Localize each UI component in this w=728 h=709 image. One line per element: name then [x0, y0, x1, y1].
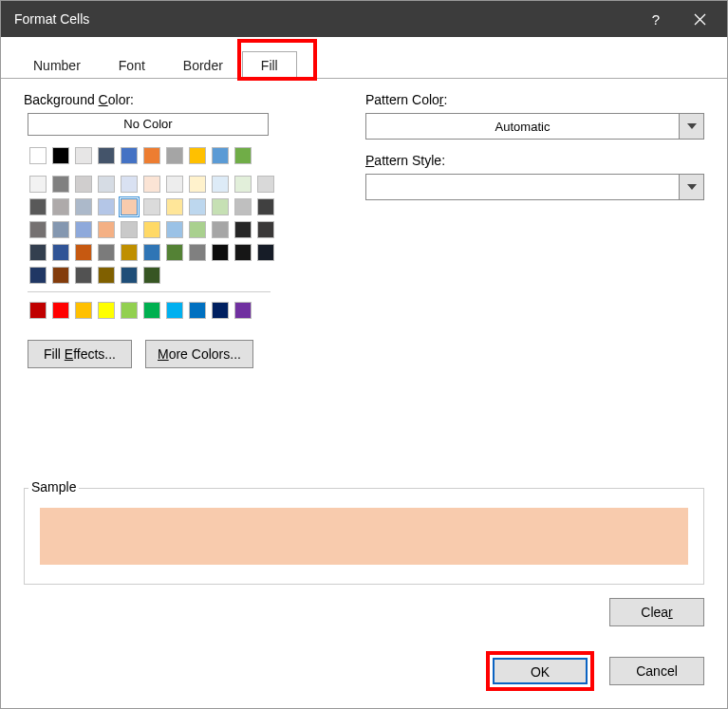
color-swatch[interactable]	[143, 267, 160, 284]
color-swatch[interactable]	[98, 176, 115, 193]
pattern-color-select[interactable]: Automatic	[365, 113, 704, 140]
color-swatch[interactable]	[52, 267, 69, 284]
tab-row: Number Font Border Fill	[1, 45, 727, 79]
color-swatch[interactable]	[52, 198, 69, 215]
color-swatch[interactable]	[98, 302, 115, 319]
color-swatch[interactable]	[121, 176, 138, 193]
color-swatch[interactable]	[52, 147, 69, 164]
color-swatch[interactable]	[166, 147, 183, 164]
color-swatch[interactable]	[98, 267, 115, 284]
color-swatch[interactable]	[98, 198, 115, 215]
color-swatch[interactable]	[29, 176, 47, 193]
theme-colors-row	[28, 145, 284, 168]
sample-group: Sample	[24, 478, 704, 585]
color-swatch[interactable]	[98, 221, 115, 238]
close-icon	[694, 13, 706, 26]
chevron-down-icon	[687, 123, 697, 129]
pattern-style-dropdown-button[interactable]	[679, 175, 703, 199]
color-swatch[interactable]	[234, 198, 252, 215]
color-swatch[interactable]	[121, 302, 138, 319]
color-swatch[interactable]	[212, 147, 229, 164]
color-swatch[interactable]	[189, 176, 206, 193]
sample-preview	[40, 508, 688, 565]
more-colors-button[interactable]: More Colors...	[145, 340, 253, 368]
clear-button[interactable]: Clear	[609, 598, 704, 626]
color-swatch[interactable]	[143, 147, 160, 164]
color-swatch[interactable]	[121, 221, 138, 238]
color-swatch[interactable]	[234, 176, 252, 193]
pattern-style-select[interactable]	[365, 174, 704, 200]
color-swatch[interactable]	[75, 147, 92, 164]
color-swatch[interactable]	[75, 244, 92, 261]
pattern-style-label: Pattern Style:	[365, 153, 704, 168]
tab-fill[interactable]: Fill	[242, 51, 297, 79]
tab-font[interactable]: Font	[100, 51, 164, 79]
tab-border[interactable]: Border	[164, 51, 242, 79]
color-swatch[interactable]	[212, 244, 229, 261]
color-swatch[interactable]	[121, 147, 138, 164]
color-swatch[interactable]	[166, 221, 183, 238]
titlebar: Format Cells ?	[1, 1, 727, 37]
color-swatch[interactable]	[75, 221, 92, 238]
color-swatch[interactable]	[234, 147, 252, 164]
color-swatch[interactable]	[212, 302, 229, 319]
color-swatch[interactable]	[257, 198, 274, 215]
color-swatch[interactable]	[234, 302, 252, 319]
color-swatch[interactable]	[98, 244, 115, 261]
color-swatch[interactable]	[166, 244, 183, 261]
tab-number[interactable]: Number	[14, 51, 100, 79]
color-swatch[interactable]	[257, 221, 274, 238]
color-swatch[interactable]	[75, 198, 92, 215]
color-swatch[interactable]	[189, 147, 206, 164]
color-swatch[interactable]	[143, 176, 160, 193]
color-swatch[interactable]	[143, 244, 160, 261]
color-swatch[interactable]	[29, 198, 47, 215]
color-swatch[interactable]	[212, 198, 229, 215]
color-swatch[interactable]	[166, 198, 183, 215]
color-swatch[interactable]	[52, 302, 69, 319]
color-swatch[interactable]	[75, 267, 92, 284]
help-button[interactable]: ?	[634, 1, 678, 37]
color-swatch[interactable]	[234, 244, 252, 261]
color-swatch[interactable]	[29, 267, 47, 284]
color-divider	[28, 291, 271, 292]
color-swatch[interactable]	[166, 302, 183, 319]
cancel-button[interactable]: Cancel	[609, 657, 704, 685]
color-swatch[interactable]	[121, 244, 138, 261]
color-swatch[interactable]	[143, 198, 160, 215]
color-swatch[interactable]	[234, 221, 252, 238]
chevron-down-icon	[687, 184, 697, 190]
color-swatch[interactable]	[212, 176, 229, 193]
color-swatch[interactable]	[121, 267, 138, 284]
color-swatch[interactable]	[189, 244, 206, 261]
color-swatch[interactable]	[189, 302, 206, 319]
color-swatch[interactable]	[52, 176, 69, 193]
color-swatch[interactable]	[29, 244, 47, 261]
no-color-button[interactable]: No Color	[28, 113, 269, 136]
color-swatch[interactable]	[189, 198, 206, 215]
color-swatch[interactable]	[166, 176, 183, 193]
color-swatch[interactable]	[257, 244, 274, 261]
sample-label: Sample	[28, 479, 79, 494]
color-swatch[interactable]	[212, 221, 229, 238]
color-swatch[interactable]	[75, 176, 92, 193]
color-swatch[interactable]	[143, 221, 160, 238]
color-swatch[interactable]	[52, 221, 69, 238]
color-swatch[interactable]	[52, 244, 69, 261]
close-button[interactable]	[678, 1, 721, 37]
color-swatch[interactable]	[75, 302, 92, 319]
pattern-color-dropdown-button[interactable]	[679, 114, 703, 139]
color-swatch[interactable]	[189, 221, 206, 238]
pattern-color-value: Automatic	[366, 120, 679, 134]
color-swatch[interactable]	[121, 198, 138, 215]
fill-effects-button[interactable]: Fill Effects...	[28, 340, 132, 368]
ok-button[interactable]: OK	[493, 658, 588, 684]
standard-colors-row	[28, 300, 284, 323]
color-swatch[interactable]	[29, 221, 47, 238]
color-swatch[interactable]	[29, 302, 47, 319]
color-swatch[interactable]	[29, 147, 47, 164]
color-swatch[interactable]	[257, 176, 274, 193]
dialog-title: Format Cells	[14, 11, 634, 27]
color-swatch[interactable]	[143, 302, 160, 319]
color-swatch[interactable]	[98, 147, 115, 164]
